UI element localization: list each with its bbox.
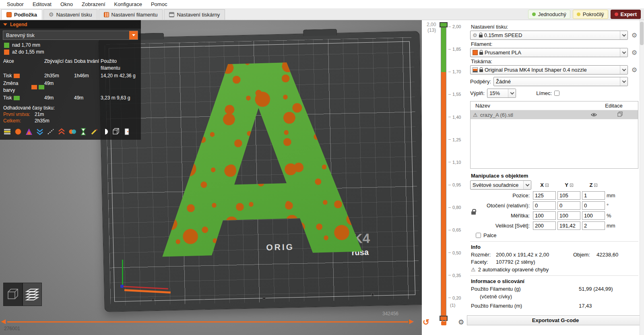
edit-print-settings-gear-icon[interactable]: ⚙: [630, 31, 638, 39]
legend-table-row: Tisk 2h35m 1h46m 14,20 m 42,36 g: [0, 72, 141, 79]
visibility-eye-icon[interactable]: [586, 112, 602, 118]
view-type-dropdown-button[interactable]: [129, 31, 138, 39]
dropdown-arrow[interactable]: [620, 77, 627, 86]
first-layer-row: První vrstva: 21m: [3, 112, 138, 117]
menu-view[interactable]: Zobrazení: [77, 0, 110, 9]
rotation-z-input[interactable]: [582, 201, 605, 210]
dropdown-arrow[interactable]: [508, 89, 516, 97]
feature-seams-icon[interactable]: [25, 128, 33, 136]
slider-lock-icon[interactable]: [441, 321, 446, 325]
undo-icon[interactable]: ↺: [423, 317, 429, 327]
edit-object-icon[interactable]: [602, 112, 638, 118]
feature-exit-icon[interactable]: [123, 128, 131, 136]
mode-advanced-button[interactable]: Pokročilý: [573, 10, 608, 19]
object-manipulation-panel: Manipulace s objektem Světové souřadnice…: [470, 173, 638, 238]
position-x-input[interactable]: [533, 191, 556, 200]
filament-used-g-row: Použito Filamentu (g) 51,99 (244,99): [471, 286, 638, 292]
size-z-input[interactable]: [582, 221, 605, 230]
feature-print-time-icon[interactable]: [79, 128, 87, 136]
printer-settings-icon: [169, 12, 174, 17]
tab-print-settings[interactable]: ⚙ Nastavení tisku: [43, 9, 97, 20]
dropdown-arrow[interactable]: [620, 66, 627, 74]
tick-label: 0,80: [448, 205, 461, 210]
rotation-y-input[interactable]: [557, 201, 580, 210]
info-warning-icon: ⚠: [471, 267, 476, 273]
slider-right-arrow-icon[interactable]: ▶: [409, 318, 414, 325]
model-object-letter-a[interactable]: A: [153, 56, 367, 279]
plater-icon: [6, 12, 12, 17]
print-settings-select[interactable]: ⚙ 0.15mm SPEED: [470, 31, 628, 40]
feature-retractions-icon[interactable]: [36, 128, 44, 136]
tab-printer-settings[interactable]: Nastavení tiskárny: [164, 9, 225, 20]
feature-color-print-icon[interactable]: [14, 128, 22, 136]
menu-edit[interactable]: Editovat: [28, 0, 56, 9]
tab-printer-settings-label: Nastavení tiskárny: [177, 12, 220, 18]
axis-y-icon: [570, 184, 573, 187]
filament-select[interactable]: Prusament PLA: [470, 48, 628, 57]
slider-track[interactable]: [7, 321, 408, 323]
size-volume-row: Rozměr: 200,00 x 191,42 x 2,00 Objem: 42…: [471, 252, 638, 258]
dropdown-arrow[interactable]: [620, 48, 627, 57]
legend-header[interactable]: Legend: [0, 20, 141, 29]
mode-simple-button[interactable]: Jednoduchý: [528, 10, 570, 19]
feature-color-changes-icon[interactable]: [68, 128, 76, 136]
feature-pause-icon[interactable]: [101, 128, 109, 136]
rotation-x-input[interactable]: [533, 201, 556, 210]
slider-left-arrow-icon[interactable]: ◀: [1, 318, 6, 325]
used-value: 3,23 m 9,63 g: [101, 95, 138, 101]
layer-slider-upper-handle[interactable]: [440, 22, 448, 27]
export-gcode-button[interactable]: Exportovat G-code: [467, 315, 644, 325]
mode-expert-button[interactable]: Expert: [611, 10, 641, 19]
3d-viewport[interactable]: ORIG K4 rusa A Legend Barevný tisk nad 1…: [0, 20, 422, 335]
supports-select[interactable]: Žádné: [493, 77, 628, 86]
infill-select[interactable]: 15%: [487, 89, 516, 98]
size-unit: mm: [607, 223, 617, 229]
feature-custom-gcode-icon[interactable]: [90, 128, 98, 136]
object-list-row[interactable]: ⚠ crazy_A (6).stl: [471, 110, 638, 119]
coordinate-system-select[interactable]: Světové souřadnice: [470, 180, 531, 190]
menu-help[interactable]: Pomoc: [147, 0, 171, 9]
green-swatch: [39, 85, 44, 89]
menu-file[interactable]: Soubor: [2, 0, 28, 9]
tab-filament-settings[interactable]: Nastavení filamentu: [99, 9, 163, 20]
size-y-input[interactable]: [557, 221, 580, 230]
bottom-layer-count: (1): [450, 303, 455, 308]
edit-printer-gear-icon[interactable]: ⚙: [630, 66, 638, 74]
scale-x-input[interactable]: [533, 211, 556, 220]
3d-view-button[interactable]: [3, 283, 23, 306]
legend-table-row: Tisk 49m 49m 3,23 m 9,63 g: [0, 95, 141, 101]
inches-checkbox[interactable]: [476, 233, 481, 238]
uniform-scale-lock-icon[interactable]: [471, 211, 476, 215]
sidebar-scrollbar[interactable]: [640, 20, 644, 335]
view-type-select[interactable]: Barevný tisk: [3, 31, 138, 40]
feature-extrusions-icon[interactable]: [3, 128, 11, 136]
layers-preview-button[interactable]: [23, 283, 42, 306]
tick-label: 0,65: [448, 227, 461, 232]
tab-plater[interactable]: Podložka: [1, 9, 42, 20]
feature-travels-icon[interactable]: [47, 128, 55, 136]
dropdown-arrow[interactable]: [620, 31, 627, 39]
slider-settings-gear-icon[interactable]: ⚙: [458, 318, 464, 327]
size-x-input[interactable]: [533, 221, 556, 230]
edit-filament-gear-icon[interactable]: ⚙: [630, 49, 638, 56]
dropdown-arrow[interactable]: [523, 181, 531, 189]
scale-z-input[interactable]: [582, 211, 605, 220]
brim-checkbox[interactable]: [554, 91, 559, 96]
tick-label: 1,40: [448, 115, 461, 120]
tick-label: 0,95: [448, 182, 461, 187]
menu-configuration[interactable]: Konfigurace: [110, 0, 147, 9]
layer-slider-track[interactable]: [441, 23, 446, 321]
dropdown-arrow-icon: [132, 34, 135, 36]
feature-shells-icon[interactable]: [112, 128, 120, 136]
feature-deretractions-icon[interactable]: [58, 128, 66, 136]
duration-value: [74, 80, 101, 94]
printer-select[interactable]: Original Prusa MK4 Input Shaper 0.4 nozz…: [470, 65, 628, 74]
facets-value: 107792 (2 stěny): [496, 259, 535, 265]
position-z-input[interactable]: [582, 191, 605, 200]
scale-y-input[interactable]: [557, 211, 580, 220]
scrollbar-thumb[interactable]: [640, 22, 644, 45]
menu-window[interactable]: Okno: [56, 0, 77, 9]
slicing-info-title: Informace o slicování: [471, 278, 638, 284]
position-y-input[interactable]: [557, 191, 580, 200]
system-preset-lock-icon: [479, 52, 483, 55]
